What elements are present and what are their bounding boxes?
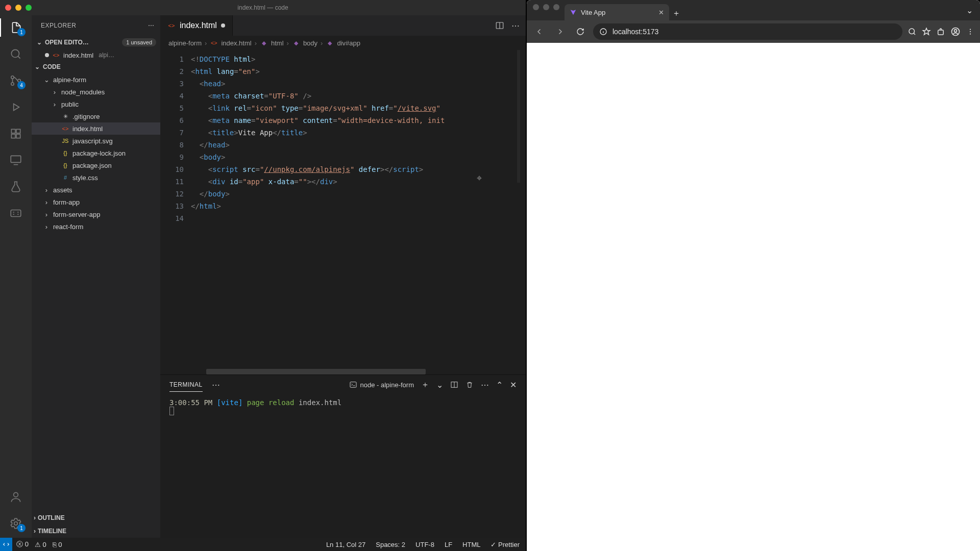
element-icon: ◆ (260, 39, 268, 47)
tree-folder[interactable]: ›node_modules (32, 86, 160, 98)
tabs-dropdown-icon[interactable]: ⌄ (966, 6, 973, 15)
close-window-icon[interactable] (5, 5, 11, 11)
close-tab-icon[interactable]: ✕ (658, 9, 664, 16)
activity-extensions-icon[interactable] (9, 127, 23, 141)
mac-traffic-lights[interactable] (5, 5, 32, 11)
panel-more-icon[interactable]: ⋯ (481, 380, 489, 390)
minimap[interactable] (517, 50, 526, 369)
tree-folder[interactable]: ›form-app (32, 196, 160, 208)
zoom-icon[interactable] (908, 27, 917, 36)
terminal-output[interactable]: 3:00:55 PM [vite] page reload index.html (160, 394, 526, 538)
terminal-dropdown-icon[interactable]: ⌄ (436, 380, 443, 390)
activity-remote-icon[interactable] (9, 153, 23, 167)
status-prettier[interactable]: ✓ Prettier (491, 541, 520, 548)
status-language[interactable]: HTML (462, 541, 480, 548)
maximize-panel-icon[interactable]: ⌃ (496, 380, 503, 390)
status-eol[interactable]: LF (445, 541, 452, 548)
timeline-section[interactable]: ›TIMELINE (32, 524, 160, 538)
activity-test-icon[interactable] (9, 180, 23, 194)
status-warnings[interactable]: ⚠ 0 (35, 541, 46, 548)
breadcrumbs[interactable]: alpine-form› <>index.html› ◆html› ◆body›… (160, 36, 526, 50)
activity-account-icon[interactable] (9, 490, 23, 504)
tree-file[interactable]: {}package-lock.json (32, 147, 160, 159)
fullscreen-window-icon[interactable] (26, 5, 32, 11)
activity-explorer-icon[interactable]: 1 (9, 20, 23, 35)
tree-folder[interactable]: ›form-server-app (32, 208, 160, 220)
html-file-icon: <> (52, 51, 60, 59)
split-terminal-icon[interactable] (450, 381, 458, 389)
address-bar[interactable]: localhost:5173 (593, 23, 902, 40)
workspace-label: CODE (43, 63, 61, 70)
mac-traffic-lights[interactable] (533, 4, 559, 10)
minimize-window-icon[interactable] (543, 4, 549, 10)
window-title: index.html — code (237, 4, 288, 11)
open-editors-section[interactable]: ⌄ OPEN EDITO… (34, 37, 92, 48)
gitignore-file-icon: ✳ (61, 112, 69, 120)
status-cursor[interactable]: Ln 11, Col 27 (326, 541, 365, 548)
profile-icon[interactable] (950, 27, 961, 37)
terminal-process[interactable]: node - alpine-form (349, 381, 414, 389)
menu-icon[interactable] (966, 27, 975, 36)
tree-file[interactable]: #style.css (32, 171, 160, 184)
code-editor[interactable]: <!DOCTYPE html> <html lang="en"> <head> … (191, 50, 517, 369)
reload-button[interactable] (573, 24, 588, 39)
status-encoding[interactable]: UTF-8 (415, 541, 434, 548)
tree-file-selected[interactable]: <>index.html (32, 122, 160, 135)
chevron-right-icon: › (34, 528, 36, 535)
outline-section[interactable]: ›OUTLINE (32, 511, 160, 524)
close-window-icon[interactable] (533, 4, 539, 10)
extensions-icon[interactable] (936, 27, 945, 36)
activity-settings-icon[interactable]: 1 (9, 516, 23, 531)
tree-folder[interactable]: ›public (32, 98, 160, 110)
activity-scm-icon[interactable]: 4 (9, 73, 23, 88)
vscode-titlebar: index.html — code (0, 0, 526, 15)
tree-folder[interactable]: ›assets (32, 184, 160, 196)
bookmark-icon[interactable] (922, 27, 931, 36)
close-panel-icon[interactable]: ✕ (510, 380, 517, 390)
status-ports[interactable]: ⎘ 0 (53, 541, 62, 548)
panel-more-icon[interactable]: ⋯ (212, 380, 220, 390)
browser-tab-title: Vite App (581, 9, 605, 16)
fullscreen-window-icon[interactable] (553, 4, 559, 10)
browser-viewport[interactable] (527, 43, 980, 551)
json-file-icon: {} (61, 149, 69, 157)
new-tab-button[interactable]: ＋ (669, 6, 683, 20)
status-errors[interactable]: ⓧ 0 (16, 540, 29, 549)
editor-more-icon[interactable]: ⋯ (511, 21, 520, 31)
site-info-icon[interactable] (599, 28, 607, 36)
activity-ports-icon[interactable] (9, 206, 23, 220)
status-indent[interactable]: Spaces: 2 (376, 541, 405, 548)
chevron-right-icon: › (43, 223, 50, 231)
chevron-down-icon: ⌄ (36, 39, 43, 46)
open-editor-item[interactable]: <> index.html alpi… (32, 49, 160, 61)
kill-terminal-icon[interactable] (465, 381, 474, 389)
activity-search-icon[interactable] (9, 47, 23, 61)
svg-rect-5 (11, 134, 15, 138)
svg-point-10 (14, 492, 18, 497)
horizontal-scrollbar[interactable] (160, 369, 526, 374)
tree-file[interactable]: ✳.gitignore (32, 110, 160, 122)
terminal-tab[interactable]: TERMINAL (169, 378, 203, 392)
new-terminal-icon[interactable]: ＋ (421, 380, 429, 390)
tree-folder[interactable]: ⌄alpine-form (32, 73, 160, 86)
chevron-right-icon: › (43, 198, 50, 206)
svg-rect-13 (350, 382, 356, 388)
svg-rect-6 (16, 134, 20, 138)
tree-file[interactable]: JSjavascript.svg (32, 135, 160, 147)
svg-point-21 (970, 31, 971, 32)
forward-button[interactable] (552, 24, 568, 39)
vite-favicon-icon (570, 9, 577, 16)
explorer-more-icon[interactable]: ⋯ (148, 22, 155, 29)
browser-tab[interactable]: Vite App ✕ (565, 4, 669, 20)
explorer-badge: 1 (17, 28, 26, 36)
editor-tab[interactable]: <> index.html (160, 15, 233, 36)
split-editor-icon[interactable] (495, 21, 504, 30)
element-icon: ◆ (292, 39, 300, 47)
minimize-window-icon[interactable] (15, 5, 21, 11)
activity-debug-icon[interactable] (9, 100, 23, 114)
workspace-section[interactable]: ⌄ CODE (32, 61, 160, 72)
remote-indicator[interactable] (0, 538, 12, 551)
tree-file[interactable]: {}package.json (32, 159, 160, 171)
tree-folder[interactable]: ›react-form (32, 220, 160, 233)
back-button[interactable] (532, 24, 547, 39)
